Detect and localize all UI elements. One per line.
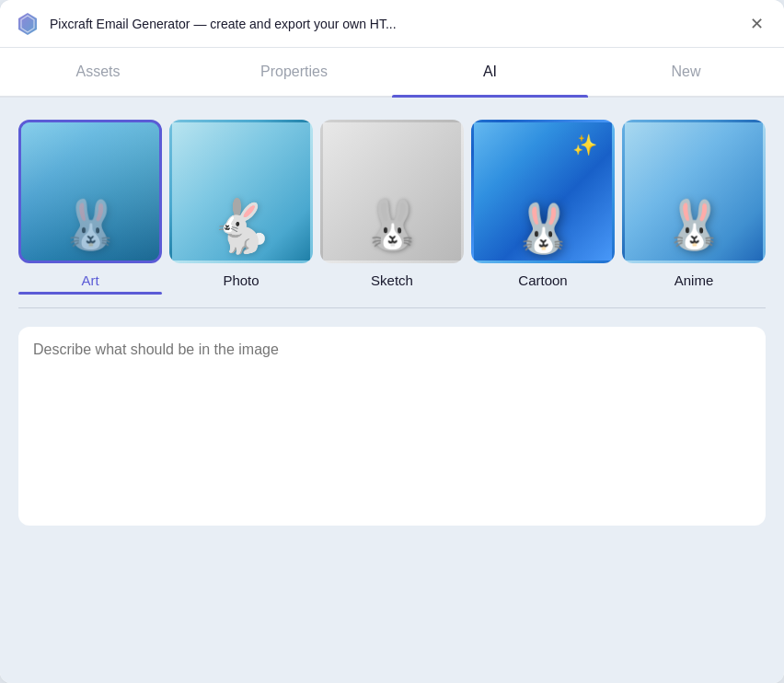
style-label-art: Art [81, 272, 98, 288]
description-card [18, 327, 766, 526]
style-image-cartoon [471, 120, 615, 263]
style-card-cartoon[interactable]: Cartoon [471, 120, 615, 295]
style-card-art[interactable]: Art [18, 120, 162, 295]
selected-underline-art [18, 292, 162, 295]
close-button[interactable]: ✕ [744, 11, 769, 37]
style-card-anime[interactable]: Anime [622, 120, 766, 295]
tab-assets[interactable]: Assets [0, 48, 196, 96]
section-separator [18, 307, 766, 308]
app-window: Pixcraft Email Generator — create and ex… [0, 0, 784, 683]
style-image-anime [622, 120, 766, 263]
style-card-photo[interactable]: Photo [169, 120, 313, 295]
style-label-anime: Anime [674, 272, 714, 288]
title-bar: Pixcraft Email Generator — create and ex… [0, 0, 784, 48]
tab-bar: Assets Properties AI New [0, 48, 784, 98]
window-title: Pixcraft Email Generator — create and ex… [50, 17, 744, 31]
style-image-photo [169, 120, 313, 263]
app-logo-icon [15, 11, 40, 37]
style-image-sketch [320, 120, 464, 263]
tab-ai[interactable]: AI [392, 48, 588, 96]
style-label-cartoon: Cartoon [518, 272, 567, 288]
style-image-art [18, 120, 162, 263]
style-label-photo: Photo [223, 272, 259, 288]
tab-properties[interactable]: Properties [196, 48, 392, 96]
description-input[interactable] [33, 342, 751, 507]
style-cards-row: Art Photo Sketch Cartoon [18, 120, 766, 295]
style-label-sketch: Sketch [371, 272, 413, 288]
style-card-sketch[interactable]: Sketch [320, 120, 464, 295]
tab-new[interactable]: New [588, 48, 784, 96]
main-content: Art Photo Sketch Cartoon [0, 98, 784, 683]
